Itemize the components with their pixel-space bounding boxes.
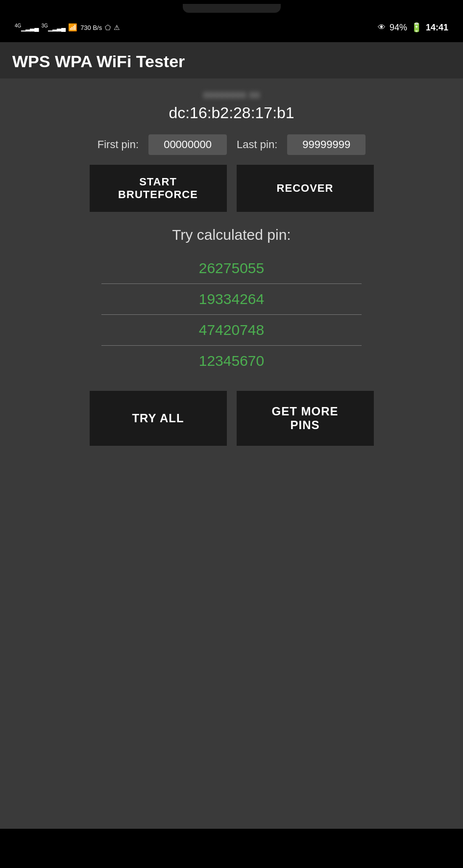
action-row: TRY ALL GET MORE PINS [15,391,448,446]
get-more-pins-button[interactable]: GET MORE PINS [237,391,374,446]
calculated-pin-title: Try calculated pin: [172,227,291,243]
mac-address: dc:16:b2:28:17:b1 [169,104,294,122]
start-bruteforce-button[interactable]: START BRUTEFORCE [90,165,227,212]
eye-icon: 👁 [378,23,386,32]
pin-row: First pin: Last pin: [15,134,448,155]
try-all-button[interactable]: TRY ALL [90,391,227,446]
first-pin-label: First pin: [97,138,139,151]
bruteforce-recover-row: START BRUTEFORCE RECOVER [15,165,448,212]
pin-item[interactable]: 47420748 [101,315,362,346]
pin-item[interactable]: 12345670 [101,346,362,376]
battery-percent: 94% [390,23,407,33]
wifi-icon: 📶 [68,23,77,32]
pin-item[interactable]: 19334264 [101,284,362,315]
status-bar: 4G▁▂▃▄ 3G▁▂▃▄ 📶 730 B/s ⬠ ⚠ 👁 94% 🔋 14:4… [0,13,463,42]
bottom-bar [0,829,463,868]
warning-icon: ⚠ [114,24,120,31]
battery-icon: 🔋 [411,22,422,33]
pin-list: 26275055 19334264 47420748 12345670 [15,253,448,376]
network-3g-icon: 3G▁▂▃▄ [42,23,66,31]
app-header: WPS WPA WiFi Tester [0,42,463,78]
last-pin-input[interactable] [287,134,366,155]
phone-frame: 4G▁▂▃▄ 3G▁▂▃▄ 📶 730 B/s ⬠ ⚠ 👁 94% 🔋 14:4… [0,0,463,868]
app-title: WPS WPA WiFi Tester [12,52,451,71]
first-pin-input[interactable] [148,134,227,155]
speed-display: 730 B/s [80,24,102,31]
time-display: 14:41 [426,23,448,33]
app-content: xxxxxxxx xx dc:16:b2:28:17:b1 First pin:… [0,78,463,456]
app-container: WPS WPA WiFi Tester xxxxxxxx xx dc:16:b2… [0,42,463,829]
network-4g-icon: 4G▁▂▃▄ [15,23,39,31]
last-pin-label: Last pin: [237,138,277,151]
pin-item[interactable]: 26275055 [101,253,362,284]
status-left: 4G▁▂▃▄ 3G▁▂▃▄ 📶 730 B/s ⬠ ⚠ [15,23,120,32]
blurred-network-name: xxxxxxxx xx [203,88,260,101]
recover-button[interactable]: RECOVER [237,165,374,212]
notch [183,4,281,13]
status-right: 👁 94% 🔋 14:41 [378,22,448,33]
usb-icon: ⬠ [105,24,111,31]
